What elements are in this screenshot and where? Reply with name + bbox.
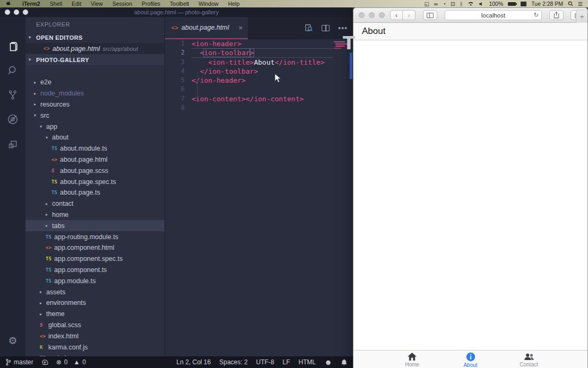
vscode-title-bar[interactable]: about.page.html — photo-gallery xyxy=(0,7,353,17)
indentation-status[interactable]: Spaces: 2 xyxy=(219,358,247,366)
forward-button[interactable]: › xyxy=(403,10,416,20)
chevron-down-icon: ▾ xyxy=(40,124,46,129)
problems-status[interactable]: ⊗ 0 ▲ 0 xyxy=(56,358,86,366)
share-button[interactable] xyxy=(549,10,564,20)
chevron-right-icon: ▸ xyxy=(34,102,40,107)
tree-file-main.ts[interactable]: TSmain.ts xyxy=(25,353,165,356)
bluetooth-icon[interactable]: ᛒ xyxy=(460,1,463,7)
tree-file-about.module.ts[interactable]: TSabout.module.ts xyxy=(25,143,165,154)
tree-file-about.page.html[interactable]: <>about.page.html xyxy=(25,154,165,165)
explorer-title: EXPLORER xyxy=(25,17,165,32)
apple-menu-icon[interactable] xyxy=(6,1,12,7)
tree-folder-e2e[interactable]: ▸e2e xyxy=(25,77,165,88)
tab-about-page-html[interactable]: <> about.page.html × xyxy=(165,17,248,39)
spotlight-icon[interactable] xyxy=(568,1,573,6)
eol-status[interactable]: LF xyxy=(283,358,290,366)
editor-tab-bar: <> about.page.html × ••• xyxy=(165,17,353,39)
sync-status[interactable] xyxy=(41,358,49,366)
tree-folder-resources[interactable]: ▸resources xyxy=(25,99,165,110)
explorer-icon[interactable] xyxy=(0,41,25,53)
chevron-right-icon: ▸ xyxy=(40,312,46,317)
sidebar-button[interactable] xyxy=(423,10,437,20)
tree-file-karma.conf.js[interactable]: Kkarma.conf.js xyxy=(25,341,165,353)
display-icon[interactable]: ⊡ xyxy=(451,1,455,7)
tree-folder-src[interactable]: ▾src xyxy=(25,110,165,121)
tree-item-label: contact xyxy=(52,200,73,207)
tree-file-about.page.scss[interactable]: Sabout.page.scss xyxy=(25,165,165,176)
menu-item-edit[interactable]: Edit xyxy=(67,1,86,7)
tab-home[interactable]: Home xyxy=(383,351,442,367)
extensions-icon[interactable] xyxy=(0,139,25,150)
menu-item-profiles[interactable]: Profiles xyxy=(137,1,165,7)
tree-file-global.scss[interactable]: Sglobal.scss xyxy=(25,320,165,331)
git-branch-status[interactable]: master xyxy=(5,358,33,366)
menu-item-help[interactable]: Help xyxy=(223,1,245,7)
tree-file-app.component.html[interactable]: <>app.component.html xyxy=(25,242,165,253)
cursor-position-status[interactable]: Ln 2, Col 16 xyxy=(176,358,211,366)
open-preview-icon[interactable] xyxy=(304,24,313,32)
tree-file-about.page.ts[interactable]: TSabout.page.ts xyxy=(25,187,165,198)
tree-folder-assets[interactable]: ▸assets xyxy=(25,286,165,297)
menu-item-shell[interactable]: Shell xyxy=(45,1,67,7)
new-tab-button[interactable]: + xyxy=(576,10,587,23)
glasses-icon[interactable]: ∞ xyxy=(434,1,438,7)
more-actions-icon[interactable]: ••• xyxy=(338,24,348,32)
tab-about[interactable]: About xyxy=(442,351,500,368)
open-editor-item[interactable]: <> about.page.html src/app/about xyxy=(25,43,165,54)
feedback-smiley-icon[interactable]: ☻ xyxy=(324,358,332,366)
input-flag-icon[interactable] xyxy=(521,2,526,6)
tree-folder-home[interactable]: ▸home xyxy=(25,209,165,221)
reload-icon[interactable]: ↻ xyxy=(534,12,539,19)
chevron-right-icon: ▸ xyxy=(46,201,52,206)
debug-icon[interactable] xyxy=(0,113,25,125)
editor-area: <> about.page.html × ••• 1<ion-header>2 … xyxy=(165,17,353,356)
tree-file-index.html[interactable]: <>index.html xyxy=(25,330,165,341)
language-mode-status[interactable]: HTML xyxy=(299,358,316,366)
close-window-button[interactable] xyxy=(359,12,365,18)
settings-gear-icon[interactable]: ⚙ xyxy=(0,335,25,347)
tree-file-app.module.ts[interactable]: TSapp.module.ts xyxy=(25,275,165,286)
safari-toolbar: ‹ › localhost ↻ + xyxy=(353,8,587,23)
tree-folder-tabs[interactable]: ▸tabs xyxy=(25,220,165,231)
wifi-icon[interactable] xyxy=(468,2,474,6)
volume-icon[interactable] xyxy=(479,2,484,6)
tree-file-about.page.spec.ts[interactable]: TSabout.page.spec.ts xyxy=(25,176,165,187)
tree-folder-about[interactable]: ▾about xyxy=(25,132,165,143)
address-bar[interactable]: localhost ↻ xyxy=(445,10,542,20)
search-icon[interactable] xyxy=(0,65,25,76)
minimize-window-button[interactable] xyxy=(369,12,375,18)
zoom-window-button[interactable] xyxy=(379,12,385,18)
text-cursor xyxy=(254,49,254,56)
notifications-bell-icon[interactable] xyxy=(341,358,348,366)
line-number: 5 xyxy=(165,76,192,85)
screen-record-icon[interactable]: ◱ xyxy=(424,1,429,7)
battery-icon[interactable] xyxy=(508,2,516,6)
split-editor-icon[interactable] xyxy=(322,25,330,31)
menu-item-toolbelt[interactable]: Toolbelt xyxy=(165,1,194,7)
menubar-clock[interactable]: Tue 2:28 PM xyxy=(531,1,563,7)
code-editor[interactable]: 1<ion-header>2 <ion-toolbar>3 <ion-title… xyxy=(165,39,353,112)
back-button[interactable]: ‹ xyxy=(390,10,403,20)
encoding-status[interactable]: UTF-8 xyxy=(256,358,274,366)
tab-label: Home xyxy=(405,362,419,367)
close-tab-icon[interactable]: × xyxy=(238,24,243,32)
tree-folder-theme[interactable]: ▸theme xyxy=(25,309,165,320)
tree-folder-app[interactable]: ▾app xyxy=(25,121,165,132)
tab-contact[interactable]: Contact xyxy=(500,352,558,367)
menubar-app-name[interactable]: iTerm2 xyxy=(18,1,45,7)
tree-folder-environments[interactable]: ▸environments xyxy=(25,297,165,309)
moon-icon[interactable]: ◔ xyxy=(443,1,446,7)
ts-spec-file-icon: TS xyxy=(51,179,60,185)
notification-center-icon[interactable]: ☰ xyxy=(578,1,583,7)
tree-folder-node_modules[interactable]: ▸node_modules xyxy=(25,88,165,99)
menu-item-view[interactable]: View xyxy=(86,1,108,7)
open-editors-header[interactable]: ▾ OPEN EDITORS xyxy=(25,32,165,43)
tree-file-app.component.spec.ts[interactable]: TSapp.component.spec.ts xyxy=(25,253,165,265)
tree-folder-contact[interactable]: ▸contact xyxy=(25,198,165,209)
menu-item-window[interactable]: Window xyxy=(194,1,223,7)
project-header[interactable]: ▾ PHOTO-GALLERY xyxy=(25,54,165,65)
menu-item-session[interactable]: Session xyxy=(108,1,137,7)
tree-file-app-routing.module.ts[interactable]: TSapp-routing.module.ts xyxy=(25,231,165,242)
source-control-icon[interactable] xyxy=(0,89,25,101)
tree-file-app.component.ts[interactable]: TSapp.component.ts xyxy=(25,265,165,276)
